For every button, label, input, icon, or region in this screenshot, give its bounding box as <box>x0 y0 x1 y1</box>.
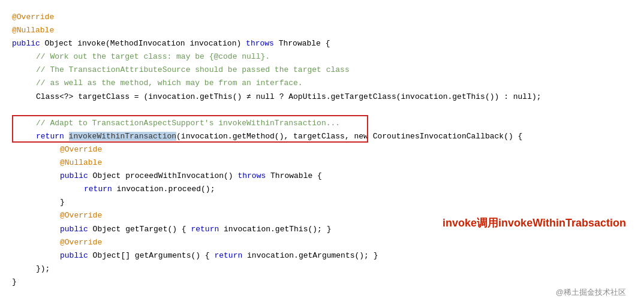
kw-throws-2: throws <box>237 171 270 180</box>
line-1: @Override <box>12 11 632 24</box>
annotation-override-4: @Override <box>60 238 102 247</box>
line-9: // Adapt to TransactionAspectSupport's i… <box>12 117 632 130</box>
comment-3: // as well as the method, which may be f… <box>36 78 303 87</box>
watermark: @稀土掘金技术社区 <box>556 287 626 298</box>
line-21: } <box>12 276 632 289</box>
kw-return-3: return <box>191 225 224 234</box>
code-container: @Override @Nullable public Object invoke… <box>0 0 644 305</box>
line-6: // as well as the method, which may be f… <box>12 77 632 90</box>
line-15: } <box>12 196 632 209</box>
method-getArguments: getArguments() { <box>135 251 215 260</box>
kw-public-2: public <box>60 171 93 180</box>
comment-2: // The TransactionAttributeSource should… <box>36 65 350 74</box>
type-object-1: Object <box>45 39 78 48</box>
kw-public-3: public <box>60 225 93 234</box>
line-4: // Work out the target class: may be {@c… <box>12 50 632 64</box>
line-5: // The TransactionAttributeSource should… <box>12 64 632 77</box>
line-11: @Override <box>12 143 632 156</box>
line-10: return invokeWithinTransaction(invocatio… <box>12 130 632 143</box>
line-14: return invocation.proceed(); <box>12 183 632 196</box>
method-getTarget: getTarget() { <box>125 225 191 234</box>
line-3: public Object invoke(MethodInvocation in… <box>12 37 632 50</box>
method-invoke: invoke <box>77 39 106 48</box>
line-18: @Override <box>12 236 632 249</box>
line-20: }); <box>12 262 632 276</box>
line-12: @Nullable <box>12 156 632 170</box>
annotation-label: invoke调用invokeWithinTrabsaction <box>443 216 626 230</box>
kw-public-1: public <box>12 39 45 48</box>
comment-1: // Work out the target class: may be {@c… <box>36 52 270 61</box>
line-8 <box>12 104 632 117</box>
highlighted-method: invokeWithinTransaction <box>69 132 176 141</box>
annotation-nullable-2: @Nullable <box>60 158 102 167</box>
annotation-nullable-1: @Nullable <box>12 26 54 35</box>
kw-return-4: return <box>214 251 247 260</box>
kw-public-4: public <box>60 251 93 260</box>
kw-return-2: return <box>84 185 117 194</box>
annotation-override-1: @Override <box>12 13 54 22</box>
method-proceed: proceedWithInvocation() <box>125 171 237 180</box>
annotation-override-3: @Override <box>60 211 102 220</box>
line-19: public Object[] getArguments() { return … <box>12 249 632 262</box>
kw-return: return <box>36 132 69 141</box>
kw-throws-1: throws <box>246 39 279 48</box>
line-13: public Object proceedWithInvocation() th… <box>12 170 632 183</box>
line-7: Class<?> targetClass = (invocation.getTh… <box>12 90 632 104</box>
line-2: @Nullable <box>12 24 632 37</box>
annotation-override-2: @Override <box>60 145 102 154</box>
comment-4: // Adapt to TransactionAspectSupport's i… <box>36 119 340 128</box>
